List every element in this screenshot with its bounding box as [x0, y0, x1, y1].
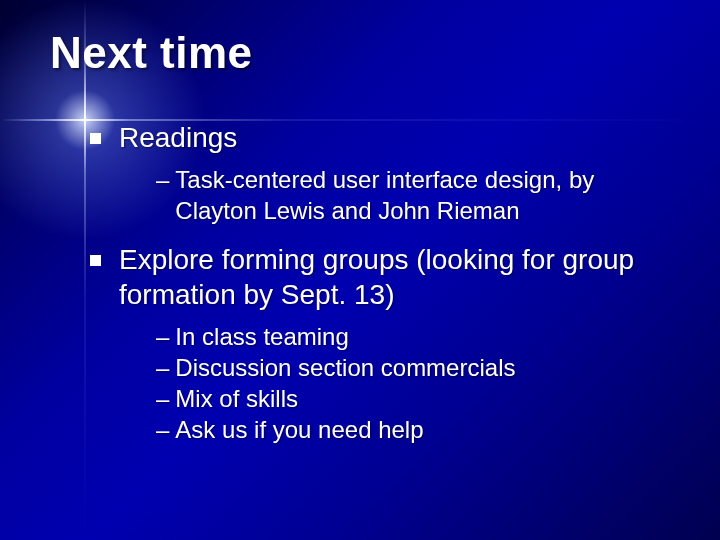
dash-icon: –: [156, 353, 169, 384]
bullet-label: Readings: [119, 120, 237, 155]
square-bullet-icon: [90, 133, 101, 144]
sub-bullet-group: – Task-centered user interface design, b…: [156, 165, 670, 226]
sub-bullet-item: – Discussion section commercials: [156, 353, 670, 384]
sub-bullet-label: Discussion section commercials: [175, 353, 515, 384]
dash-icon: –: [156, 165, 169, 196]
sub-bullet-item: – Task-centered user interface design, b…: [156, 165, 670, 226]
sub-bullet-label: Task-centered user interface design, by …: [175, 165, 670, 226]
sub-bullet-label: In class teaming: [175, 322, 348, 353]
sub-bullet-label: Mix of skills: [175, 384, 298, 415]
bullet-label: Explore forming groups (looking for grou…: [119, 242, 670, 312]
square-bullet-icon: [90, 255, 101, 266]
sub-bullet-item: – Mix of skills: [156, 384, 670, 415]
sub-bullet-label: Ask us if you need help: [175, 415, 423, 446]
bullet-item: Explore forming groups (looking for grou…: [90, 242, 670, 312]
sub-bullet-group: – In class teaming – Discussion section …: [156, 322, 670, 445]
sub-bullet-item: – Ask us if you need help: [156, 415, 670, 446]
dash-icon: –: [156, 384, 169, 415]
sub-bullet-item: – In class teaming: [156, 322, 670, 353]
slide-title: Next time: [50, 28, 670, 78]
slide: Next time Readings – Task-centered user …: [0, 0, 720, 540]
dash-icon: –: [156, 415, 169, 446]
dash-icon: –: [156, 322, 169, 353]
bullet-item: Readings: [90, 120, 670, 155]
slide-content: Next time Readings – Task-centered user …: [0, 0, 720, 445]
